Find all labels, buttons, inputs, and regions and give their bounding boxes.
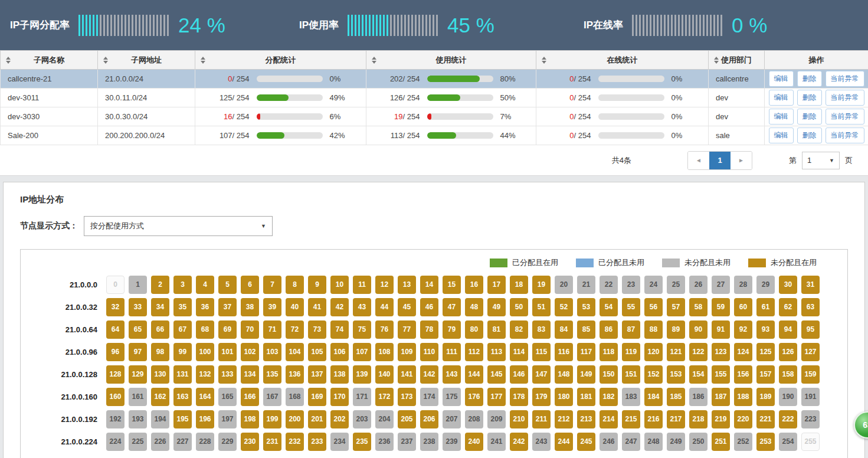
ip-cell[interactable]: 220 — [734, 410, 752, 428]
ip-cell[interactable]: 75 — [353, 320, 371, 339]
ip-cell[interactable]: 158 — [779, 365, 797, 384]
prev-page-button[interactable]: ◄ — [688, 152, 709, 169]
ip-cell[interactable]: 82 — [510, 320, 528, 339]
ip-cell[interactable]: 213 — [577, 410, 595, 428]
ip-cell[interactable]: 120 — [644, 343, 663, 361]
ip-cell[interactable]: 60 — [734, 298, 752, 316]
ip-cell[interactable]: 243 — [532, 433, 551, 451]
table-row[interactable]: dev-301130.0.11.0/24125/ 25449%126/ 2545… — [1, 89, 868, 107]
ip-cell[interactable]: 187 — [712, 388, 730, 406]
ip-cell[interactable]: 77 — [398, 320, 416, 339]
ip-cell[interactable]: 240 — [465, 433, 483, 451]
ip-cell[interactable]: 127 — [801, 343, 820, 361]
ip-cell[interactable]: 185 — [667, 388, 685, 406]
ip-cell[interactable]: 104 — [286, 343, 304, 361]
ip-cell[interactable]: 28 — [734, 276, 752, 294]
ip-cell[interactable]: 11 — [353, 276, 371, 294]
ip-cell[interactable]: 96 — [106, 343, 125, 361]
col-header-1[interactable]: 子网地址 — [98, 51, 195, 70]
ip-cell[interactable]: 3 — [173, 276, 192, 294]
ip-cell[interactable]: 189 — [756, 388, 775, 406]
col-header-5[interactable]: 使用部门 — [709, 51, 765, 70]
ip-cell[interactable]: 133 — [218, 365, 237, 384]
ip-cell[interactable]: 212 — [555, 410, 573, 428]
ip-cell[interactable]: 99 — [173, 343, 192, 361]
ip-cell[interactable]: 63 — [801, 298, 820, 316]
ip-cell[interactable]: 170 — [330, 388, 349, 406]
ip-cell[interactable]: 93 — [756, 320, 775, 339]
ip-cell[interactable]: 252 — [734, 433, 752, 451]
ip-cell[interactable]: 154 — [689, 365, 707, 384]
ip-cell[interactable]: 42 — [330, 298, 349, 316]
ip-cell[interactable]: 124 — [734, 343, 752, 361]
ip-cell[interactable]: 102 — [241, 343, 259, 361]
ip-cell[interactable]: 35 — [173, 298, 192, 316]
ip-cell[interactable]: 45 — [398, 298, 416, 316]
ip-cell[interactable]: 137 — [308, 365, 326, 384]
ip-cell[interactable]: 197 — [218, 410, 237, 428]
ip-cell[interactable]: 221 — [756, 410, 775, 428]
ip-cell[interactable]: 59 — [712, 298, 730, 316]
ip-cell[interactable]: 18 — [510, 276, 528, 294]
ip-cell[interactable]: 66 — [151, 320, 169, 339]
current-abnormal-button[interactable]: 当前异常 — [826, 90, 864, 106]
ip-cell[interactable]: 58 — [689, 298, 707, 316]
ip-cell[interactable]: 190 — [779, 388, 797, 406]
ip-cell[interactable]: 153 — [667, 365, 685, 384]
ip-cell[interactable]: 182 — [600, 388, 618, 406]
ip-cell[interactable]: 50 — [510, 298, 528, 316]
ip-cell[interactable]: 205 — [398, 410, 416, 428]
ip-cell[interactable]: 202 — [330, 410, 349, 428]
ip-cell[interactable]: 117 — [577, 343, 595, 361]
ip-cell[interactable]: 165 — [218, 388, 237, 406]
ip-cell[interactable]: 23 — [622, 276, 640, 294]
ip-cell[interactable]: 100 — [196, 343, 214, 361]
ip-cell[interactable]: 134 — [241, 365, 259, 384]
ip-cell[interactable]: 116 — [555, 343, 573, 361]
ip-cell[interactable]: 148 — [555, 365, 573, 384]
ip-cell[interactable]: 198 — [241, 410, 259, 428]
table-row[interactable]: dev-303030.0.30.0/2416/ 2546%19/ 2547%0/… — [1, 107, 868, 126]
ip-cell[interactable]: 215 — [622, 410, 640, 428]
ip-cell[interactable]: 55 — [622, 298, 640, 316]
ip-cell[interactable]: 226 — [151, 433, 169, 451]
next-page-button[interactable]: ► — [731, 152, 752, 169]
ip-cell[interactable]: 84 — [555, 320, 573, 339]
ip-cell[interactable]: 51 — [532, 298, 551, 316]
ip-cell[interactable]: 251 — [712, 433, 730, 451]
display-mode-select[interactable]: 按分配使用方式 ▼ — [84, 216, 273, 236]
ip-cell[interactable]: 201 — [308, 410, 326, 428]
ip-cell[interactable]: 167 — [263, 388, 281, 406]
ip-cell[interactable]: 15 — [443, 276, 461, 294]
ip-cell[interactable]: 17 — [487, 276, 506, 294]
ip-cell[interactable]: 53 — [577, 298, 595, 316]
ip-cell[interactable]: 241 — [487, 433, 506, 451]
ip-cell[interactable]: 166 — [241, 388, 259, 406]
ip-cell[interactable]: 123 — [712, 343, 730, 361]
ip-cell[interactable]: 103 — [263, 343, 281, 361]
ip-cell[interactable]: 113 — [487, 343, 506, 361]
ip-cell[interactable]: 19 — [532, 276, 551, 294]
ip-cell[interactable]: 128 — [106, 365, 125, 384]
ip-cell[interactable]: 80 — [465, 320, 483, 339]
ip-cell[interactable]: 161 — [129, 388, 147, 406]
col-header-2[interactable]: 分配统计 — [195, 51, 366, 70]
ip-cell[interactable]: 139 — [353, 365, 371, 384]
page-1-button[interactable]: 1 — [709, 152, 731, 169]
ip-cell[interactable]: 112 — [465, 343, 483, 361]
ip-cell[interactable]: 229 — [218, 433, 237, 451]
ip-cell[interactable]: 181 — [577, 388, 595, 406]
ip-cell[interactable]: 115 — [532, 343, 551, 361]
ip-cell[interactable]: 196 — [196, 410, 214, 428]
ip-cell[interactable]: 39 — [263, 298, 281, 316]
ip-cell[interactable]: 235 — [353, 433, 371, 451]
ip-cell[interactable]: 86 — [600, 320, 618, 339]
ip-cell[interactable]: 12 — [375, 276, 394, 294]
ip-cell[interactable]: 64 — [106, 320, 125, 339]
delete-button[interactable]: 删除 — [797, 90, 822, 106]
ip-cell[interactable]: 111 — [443, 343, 461, 361]
ip-cell[interactable]: 79 — [443, 320, 461, 339]
ip-cell[interactable]: 48 — [465, 298, 483, 316]
current-abnormal-button[interactable]: 当前异常 — [826, 127, 864, 143]
ip-cell[interactable]: 159 — [801, 365, 820, 384]
